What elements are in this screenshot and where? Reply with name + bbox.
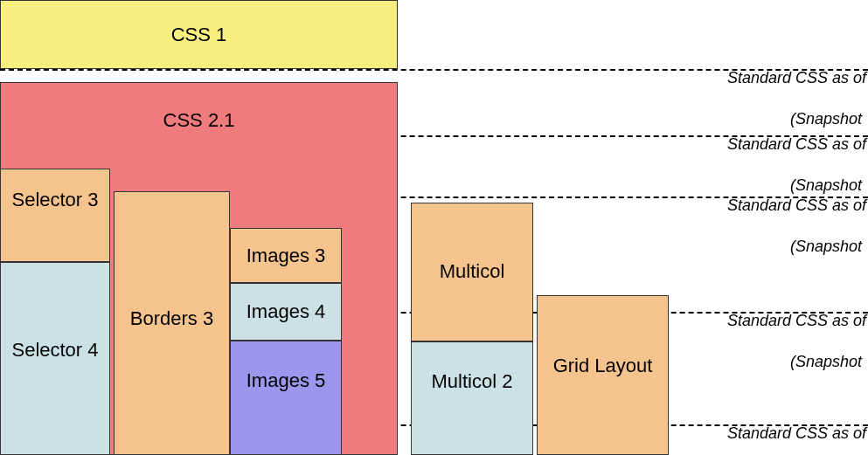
block-gridlayout: Grid Layout — [537, 295, 669, 455]
block-selector4: Selector 4 — [0, 262, 110, 455]
block-images5: Images 5 — [230, 341, 342, 455]
block-selector4-label: Selector 4 — [11, 339, 98, 362]
milestone-label-4: Standard CSS as of (Snapshot — [719, 291, 868, 373]
block-images3: Images 3 — [230, 228, 342, 283]
block-css21-label: CSS 2.1 — [163, 109, 235, 132]
block-images3-label: Images 3 — [247, 245, 326, 267]
block-images4-label: Images 4 — [247, 300, 326, 323]
block-images4: Images 4 — [230, 283, 342, 341]
block-borders3-label: Borders 3 — [130, 307, 213, 330]
milestone-label-5: Standard CSS as of (Snapshot — [719, 403, 868, 455]
block-images5-label: Images 5 — [247, 369, 326, 392]
block-multicol: Multicol — [411, 203, 533, 341]
block-css1-label: CSS 1 — [171, 24, 227, 46]
block-multicol2-label: Multicol 2 — [432, 370, 513, 393]
milestone-label-3: Standard CSS as of (Snapshot — [719, 176, 868, 258]
block-css1: CSS 1 — [0, 0, 398, 69]
block-multicol2: Multicol 2 — [411, 341, 533, 455]
block-borders3: Borders 3 — [114, 191, 230, 455]
block-multicol-label: Multicol — [440, 260, 505, 283]
block-gridlayout-label: Grid Layout — [553, 355, 653, 377]
block-selector3-label: Selector 3 — [11, 189, 98, 211]
block-selector3: Selector 3 — [0, 169, 110, 262]
